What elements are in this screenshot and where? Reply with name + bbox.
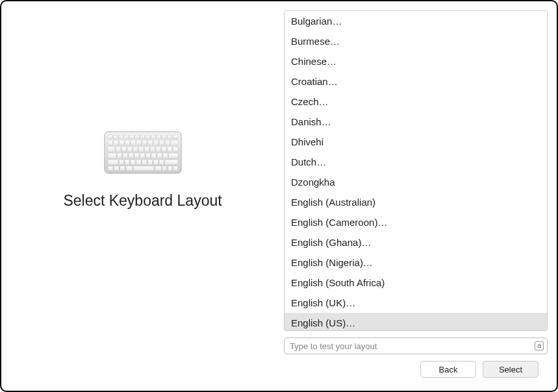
svg-rect-4 [123,135,128,139]
svg-rect-58 [164,160,177,165]
right-panel: Bulgarian…Burmese…Chinese…Croatian…Czech… [284,1,557,391]
svg-rect-16 [119,140,124,145]
list-item[interactable]: Dhivehi [285,132,547,152]
svg-rect-54 [142,160,147,165]
input-source-indicator-icon: a [535,341,544,350]
svg-rect-30 [133,147,138,152]
svg-rect-48 [168,153,178,158]
svg-rect-64 [155,166,161,171]
svg-rect-12 [167,135,171,139]
keyboard-layout-list[interactable]: Bulgarian…Burmese…Chinese…Croatian…Czech… [284,10,548,331]
svg-rect-65 [162,166,166,171]
svg-rect-36 [167,147,172,152]
svg-rect-59 [108,166,113,171]
svg-rect-19 [136,140,142,145]
svg-rect-5 [129,135,134,139]
svg-rect-60 [114,166,119,171]
list-item[interactable]: English (South Africa) [285,273,547,293]
list-item[interactable]: Danish… [285,112,547,132]
svg-rect-45 [151,153,157,158]
svg-rect-34 [155,147,160,152]
svg-rect-9 [151,135,155,139]
list-item[interactable]: Bulgarian… [285,11,547,31]
test-layout-input[interactable] [284,337,548,354]
svg-rect-21 [147,140,153,145]
svg-rect-63 [133,166,154,171]
svg-rect-3 [118,135,123,139]
svg-rect-33 [150,147,155,152]
svg-rect-43 [140,153,145,158]
svg-rect-17 [125,140,130,145]
svg-rect-29 [127,147,132,152]
svg-rect-56 [153,160,159,165]
svg-rect-18 [131,140,136,145]
list-item[interactable]: English (Nigeria)… [285,252,547,273]
svg-rect-41 [128,153,133,158]
list-item[interactable]: Czech… [285,92,547,112]
test-input-container: a [284,337,548,354]
keyboard-icon [104,131,182,174]
svg-rect-66 [168,166,172,171]
svg-rect-25 [170,140,177,145]
svg-rect-22 [153,140,159,145]
svg-rect-27 [116,147,121,152]
svg-rect-2 [113,135,118,139]
list-item[interactable]: Burmese… [285,31,547,51]
svg-rect-10 [156,135,160,139]
svg-rect-50 [119,160,124,165]
svg-rect-31 [138,147,144,152]
svg-rect-55 [147,160,153,165]
dialog-content: Select Keyboard Layout Bulgarian…Burmese… [1,1,557,391]
svg-rect-28 [121,147,127,152]
svg-rect-47 [162,153,168,158]
svg-rect-46 [157,153,162,158]
back-button[interactable]: Back [420,361,476,378]
list-item[interactable]: English (US)… [285,313,547,331]
svg-rect-40 [123,153,128,158]
svg-rect-44 [146,153,151,158]
list-item[interactable]: English (Cameroon)… [285,212,547,232]
svg-rect-15 [113,140,118,145]
svg-rect-57 [159,160,164,165]
svg-rect-62 [125,166,132,171]
svg-rect-61 [120,166,125,171]
dialog-footer: Back Select [284,354,548,387]
svg-rect-23 [159,140,164,145]
list-item[interactable]: Croatian… [285,71,547,92]
select-button[interactable]: Select [483,361,539,378]
list-item[interactable]: Chinese… [285,51,547,71]
svg-rect-37 [173,147,178,152]
list-item[interactable]: English (Ghana)… [285,232,547,252]
svg-rect-67 [173,166,178,171]
svg-rect-13 [172,135,177,139]
svg-rect-20 [142,140,147,145]
svg-rect-53 [136,160,141,165]
list-item[interactable]: English (UK)… [285,293,547,313]
svg-rect-42 [134,153,139,158]
list-item[interactable]: Dutch… [285,152,547,172]
svg-rect-39 [117,153,122,158]
svg-rect-49 [108,160,118,165]
svg-rect-11 [162,135,166,139]
svg-rect-38 [108,153,116,158]
list-item[interactable]: English (Australian) [285,192,547,212]
page-title: Select Keyboard Layout [63,192,222,210]
svg-rect-32 [144,147,149,152]
svg-rect-8 [146,135,150,139]
svg-rect-14 [108,140,113,145]
svg-rect-35 [161,147,166,152]
keyboard-layout-dialog: Select Keyboard Layout Bulgarian…Burmese… [0,0,558,392]
svg-rect-1 [108,135,112,139]
list-item[interactable]: Dzongkha [285,172,547,192]
svg-rect-52 [130,160,135,165]
svg-rect-24 [165,140,170,145]
left-panel: Select Keyboard Layout [1,1,284,391]
svg-rect-6 [134,135,139,139]
svg-rect-7 [140,135,144,139]
svg-rect-26 [108,147,115,152]
svg-rect-51 [125,160,130,165]
